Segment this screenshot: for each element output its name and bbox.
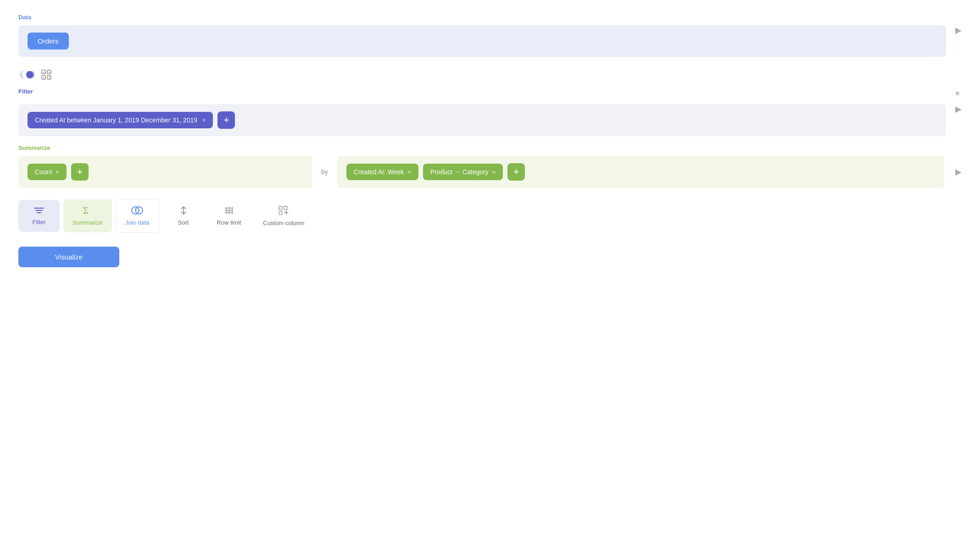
summarize-add-button[interactable]: + <box>71 163 89 181</box>
svg-rect-7 <box>44 72 45 73</box>
action-row: Filter Σ Summarize Join data <box>18 199 962 233</box>
sort-action-icon <box>178 206 189 216</box>
sort-action-button[interactable]: Sort <box>163 199 204 232</box>
summarize-action-icon: Σ <box>82 206 93 216</box>
filter-tag-close[interactable]: × <box>202 116 206 124</box>
svg-rect-4 <box>47 70 51 74</box>
svg-rect-26 <box>279 211 282 215</box>
count-tag-label: Count <box>35 168 52 176</box>
summarize-left: Count × + <box>18 156 312 188</box>
svg-rect-24 <box>279 206 282 209</box>
data-section-label: Data <box>18 14 962 21</box>
filter-tag-text: Created At between January 1, 2019 Decem… <box>35 116 197 124</box>
row-limit-label: Row limit <box>217 219 241 226</box>
by-label: by <box>321 168 328 176</box>
svg-rect-9 <box>44 77 45 78</box>
svg-rect-6 <box>47 76 51 79</box>
summarize-right-add-button[interactable]: + <box>507 163 525 181</box>
svg-rect-8 <box>49 72 50 73</box>
filter-section-label: Filter <box>18 88 33 95</box>
filter-tag: Created At between January 1, 2019 Decem… <box>28 112 213 128</box>
row-limit-action-button[interactable]: Row limit <box>208 199 251 232</box>
summarize-right: Created At: Week × Product → Category × … <box>337 156 944 188</box>
count-tag-close[interactable]: × <box>56 169 59 176</box>
icons-row <box>18 65 962 88</box>
summarize-arrow[interactable]: ▶ <box>955 167 962 177</box>
filter-arrow[interactable]: ▶ <box>955 104 962 114</box>
orders-button[interactable]: Orders <box>28 33 69 50</box>
join-data-label: Join data <box>125 219 150 226</box>
data-section: Data Orders ▶ <box>18 14 962 57</box>
created-at-tag-close[interactable]: × <box>407 169 411 176</box>
custom-column-action-button[interactable]: Custom column <box>254 199 313 233</box>
svg-rect-3 <box>42 70 45 74</box>
filter-section: Filter × Created At between January 1, 2… <box>18 88 962 136</box>
sort-action-label: Sort <box>178 219 189 226</box>
filter-row-inner: Created At between January 1, 2019 Decem… <box>28 111 235 129</box>
summarize-section-label: Summarize <box>18 144 962 151</box>
join-data-action-button[interactable]: Join data <box>116 199 159 233</box>
toggle-icon[interactable] <box>20 70 35 79</box>
summarize-section: Summarize Count × + by Created At: Week … <box>18 144 962 188</box>
filter-header: Filter × <box>18 88 962 99</box>
product-category-tag: Product → Category × <box>423 164 503 180</box>
join-data-icon <box>131 206 144 216</box>
filter-add-button[interactable]: + <box>217 111 235 129</box>
filter-action-label: Filter <box>33 219 46 226</box>
filter-close-button[interactable]: × <box>953 89 962 99</box>
svg-text:Σ: Σ <box>83 206 89 215</box>
summarize-action-button[interactable]: Σ Summarize <box>63 199 112 232</box>
visualize-button[interactable]: Visualize <box>18 247 119 267</box>
custom-column-label: Custom column <box>263 220 304 226</box>
summarize-action-label: Summarize <box>72 219 103 226</box>
data-row: Orders <box>18 25 946 57</box>
row-limit-icon <box>224 206 234 216</box>
svg-rect-5 <box>42 76 45 79</box>
grid-icon[interactable] <box>41 70 51 80</box>
filter-action-button[interactable]: Filter <box>18 200 60 232</box>
custom-column-icon <box>278 205 289 217</box>
created-at-tag-label: Created At: Week <box>354 168 404 176</box>
filter-row: Created At between January 1, 2019 Decem… <box>18 104 946 136</box>
product-category-tag-label: Product → Category <box>430 168 489 176</box>
svg-rect-10 <box>49 77 50 78</box>
count-tag: Count × <box>28 164 67 180</box>
filter-action-icon <box>34 206 44 216</box>
svg-point-2 <box>26 71 33 78</box>
data-arrow[interactable]: ▶ <box>955 25 962 35</box>
summarize-right-inner: Created At: Week × Product → Category × … <box>346 163 525 181</box>
svg-rect-25 <box>284 206 287 209</box>
created-at-tag: Created At: Week × <box>346 164 418 180</box>
summarize-row: Count × + by Created At: Week × Product … <box>18 156 962 188</box>
product-category-tag-close[interactable]: × <box>492 169 496 176</box>
